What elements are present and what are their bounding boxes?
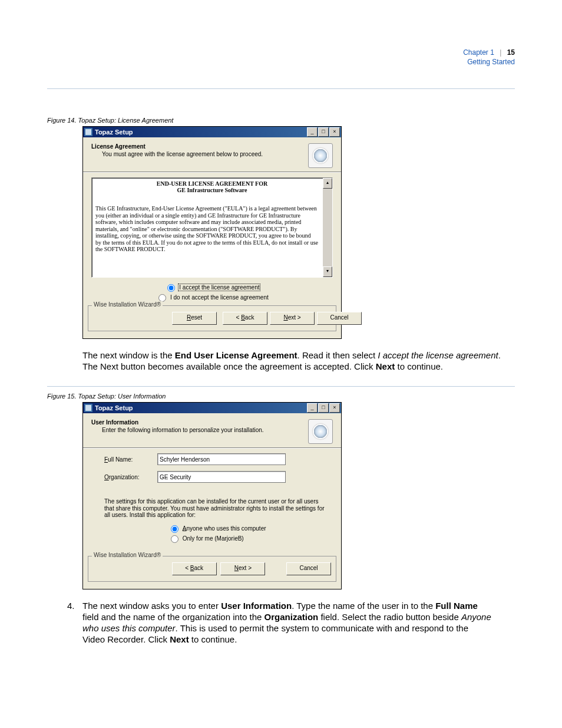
back-button[interactable]: < Back bbox=[172, 562, 217, 575]
decline-radio-row[interactable]: I do not accept the license agreement bbox=[91, 292, 333, 302]
dialog-heading: User Information bbox=[91, 419, 333, 426]
figure14-caption: Figure 14. Topaz Setup: License Agreemen… bbox=[47, 117, 515, 124]
disc-icon bbox=[308, 419, 333, 444]
disc-icon bbox=[308, 143, 333, 168]
fieldset-legend: Wise Installation Wizard® bbox=[92, 552, 163, 558]
divider-top bbox=[47, 88, 515, 89]
scroll-up-button[interactable]: ▴ bbox=[323, 178, 332, 189]
organization-label: Organization: bbox=[104, 474, 157, 480]
header-divider: | bbox=[500, 48, 501, 57]
dialog-heading: License Agreement bbox=[91, 143, 333, 150]
cancel-button[interactable]: Cancel bbox=[317, 312, 362, 325]
button-fieldset: Wise Installation Wizard® Reset < Back N… bbox=[88, 305, 336, 331]
page-number: 15 bbox=[507, 48, 515, 57]
scroll-down-button[interactable]: ▾ bbox=[323, 266, 332, 277]
cancel-button[interactable]: Cancel bbox=[286, 562, 331, 575]
accept-radio-label: I accept the license agreement bbox=[178, 284, 260, 291]
svg-rect-3 bbox=[85, 405, 91, 411]
fullname-label: Full Name: bbox=[104, 456, 157, 463]
anyone-radio-label: Anyone who uses this computer bbox=[183, 525, 266, 531]
step-number: 4. bbox=[67, 600, 82, 645]
app-icon bbox=[84, 128, 92, 136]
button-fieldset: Wise Installation Wizard® < Back Next > … bbox=[88, 556, 336, 582]
next-button[interactable]: Next > bbox=[220, 562, 265, 575]
dialog-subtext: Enter the following information to perso… bbox=[91, 426, 333, 437]
fullname-input[interactable] bbox=[157, 453, 286, 465]
page-header: Chapter 1 | 15 Getting Started bbox=[463, 48, 515, 67]
accept-radio-row[interactable]: I accept the license agreement bbox=[91, 282, 333, 292]
minimize-button[interactable]: _ bbox=[307, 403, 318, 413]
window-title: Topaz Setup bbox=[95, 129, 307, 136]
step-4: 4. The next window asks you to enter Use… bbox=[67, 600, 491, 645]
scrollbar[interactable]: ▴ ▾ bbox=[323, 178, 332, 277]
license-dialog: Topaz Setup _ □ × License Agreement You … bbox=[82, 126, 342, 339]
divider-mid bbox=[47, 386, 515, 387]
window-title: Topaz Setup bbox=[95, 404, 307, 411]
userinfo-dialog: Topaz Setup _ □ × User Information Enter… bbox=[82, 402, 342, 589]
figure15-caption: Figure 15. Topaz Setup: User Information bbox=[47, 393, 515, 400]
back-button[interactable]: < Back bbox=[223, 312, 267, 325]
maximize-button[interactable]: □ bbox=[318, 127, 329, 137]
minimize-button[interactable]: _ bbox=[307, 127, 318, 137]
close-button[interactable]: × bbox=[329, 127, 340, 137]
section-label: Getting Started bbox=[463, 58, 515, 67]
anyone-radio-row[interactable]: Anyone who uses this computer bbox=[168, 523, 333, 533]
maximize-button[interactable]: □ bbox=[318, 403, 329, 413]
onlyme-radio-label: Only for me (MarjorieB) bbox=[183, 535, 244, 541]
eula-subtitle: GE Infrastructure Software bbox=[95, 187, 329, 193]
paragraph-1: The next window is the End User License … bbox=[82, 350, 507, 372]
dialog-subtext: You must agree with the license agreemen… bbox=[91, 150, 333, 161]
anyone-radio[interactable] bbox=[171, 525, 178, 533]
close-button[interactable]: × bbox=[329, 403, 340, 413]
accept-radio[interactable] bbox=[167, 284, 175, 292]
titlebar: Topaz Setup _ □ × bbox=[83, 403, 341, 413]
titlebar: Topaz Setup _ □ × bbox=[83, 127, 341, 137]
svg-rect-1 bbox=[85, 129, 91, 135]
chapter-label: Chapter 1 bbox=[463, 48, 494, 57]
separator bbox=[83, 172, 341, 173]
app-icon bbox=[84, 404, 92, 412]
eula-textbox[interactable]: ▴ ▾ END-USER LICENSE AGREEMENT FOR GE In… bbox=[91, 177, 333, 278]
onlyme-radio-row[interactable]: Only for me (MarjorieB) bbox=[168, 533, 333, 543]
next-button[interactable]: Next > bbox=[270, 312, 315, 325]
separator bbox=[83, 447, 341, 449]
eula-body: This GE Infrastructure, End-User License… bbox=[95, 205, 329, 253]
decline-radio-label: I do not accept the license agreement bbox=[170, 294, 269, 301]
onlyme-radio[interactable] bbox=[171, 535, 178, 543]
reset-button[interactable]: Reset bbox=[172, 312, 217, 325]
organization-input[interactable] bbox=[157, 471, 286, 483]
eula-title: END-USER LICENSE AGREEMENT FOR bbox=[95, 180, 329, 187]
fieldset-legend: Wise Installation Wizard® bbox=[92, 301, 163, 308]
install-scope-text: The settings for this application can be… bbox=[104, 498, 328, 519]
